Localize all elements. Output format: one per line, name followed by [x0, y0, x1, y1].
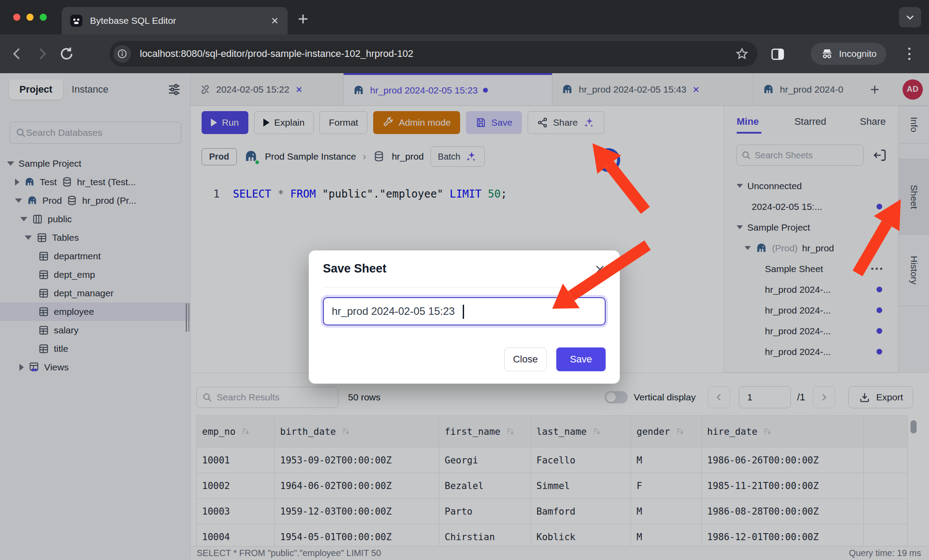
close-window-icon[interactable] [13, 14, 20, 21]
browser-tab-title: Bytebase SQL Editor [90, 15, 270, 26]
browser-title-bar: Bytebase SQL Editor [0, 0, 929, 34]
window-controls[interactable] [13, 14, 47, 21]
browser-menu-icon[interactable] [907, 46, 911, 62]
sheet-name-field[interactable] [323, 297, 606, 325]
close-button[interactable]: Close [504, 347, 547, 371]
new-tab-icon[interactable] [296, 12, 310, 26]
minimize-window-icon[interactable] [26, 14, 34, 21]
url-text[interactable]: localhost:8080/sql-editor/prod-sample-in… [140, 48, 735, 60]
screen: Bytebase SQL Editor localhost:8080/sql-e… [0, 0, 929, 560]
chevron-down-icon [905, 12, 915, 22]
reload-icon[interactable] [59, 46, 74, 61]
incognito-badge: Incognito [811, 43, 886, 65]
site-info-icon[interactable] [113, 45, 131, 63]
save-sheet-dialog: Save Sheet Close Save [309, 250, 620, 384]
text-caret [463, 305, 464, 319]
dialog-divider [323, 287, 606, 287]
forward-icon[interactable] [34, 46, 49, 61]
close-tab-icon[interactable] [270, 16, 280, 26]
dialog-title: Save Sheet [323, 262, 386, 276]
sheet-name-input[interactable] [324, 305, 605, 317]
back-icon[interactable] [10, 46, 25, 61]
save-confirm-button[interactable]: Save [556, 347, 606, 371]
browser-tab[interactable]: Bytebase SQL Editor [62, 7, 288, 34]
address-bar[interactable]: localhost:8080/sql-editor/prod-sample-in… [109, 41, 757, 67]
bookmark-star-icon[interactable] [735, 47, 749, 60]
close-dialog-icon[interactable] [594, 264, 606, 275]
incognito-icon [820, 47, 834, 60]
bytebase-favicon-icon [70, 14, 83, 27]
zoom-window-icon[interactable] [40, 14, 47, 21]
incognito-label: Incognito [839, 49, 877, 59]
tab-search-button[interactable] [899, 7, 921, 27]
browser-nav-bar: localhost:8080/sql-editor/prod-sample-in… [0, 34, 929, 73]
side-panel-icon[interactable] [770, 47, 785, 62]
